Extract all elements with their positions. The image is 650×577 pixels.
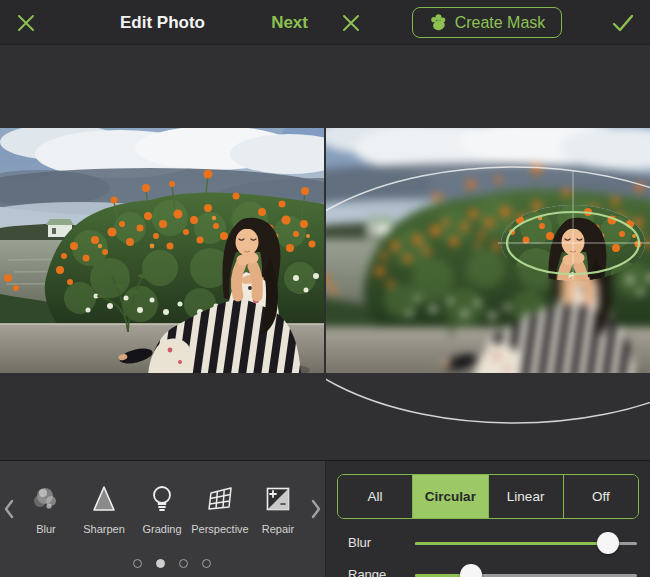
tool-label: Sharpen: [83, 523, 125, 535]
segment-circular[interactable]: Circular: [412, 475, 487, 518]
tool-sharpen[interactable]: Sharpen: [75, 483, 133, 535]
blur-slider-label: Blur: [348, 531, 371, 555]
page-dot[interactable]: [202, 559, 211, 568]
tool-perspective[interactable]: Perspective: [191, 483, 249, 535]
photo-mask-preview[interactable]: [326, 128, 650, 373]
tool-blur[interactable]: Blur: [17, 483, 75, 535]
mask-settings-panel: All Circular Linear Off Blur Range: [325, 460, 650, 577]
create-mask-label: Create Mask: [455, 14, 546, 32]
page-dot[interactable]: [179, 559, 188, 568]
segment-linear[interactable]: Linear: [488, 475, 563, 518]
tools-row: Blur Sharpen Grading: [17, 483, 307, 535]
top-bar-create-mask: Create Mask: [325, 0, 650, 45]
segment-all[interactable]: All: [338, 475, 412, 518]
range-slider-label: Range: [348, 563, 386, 577]
tool-label: Repair: [262, 523, 294, 535]
tool-label: Blur: [36, 523, 56, 535]
blur-slider-row: Blur: [326, 531, 650, 555]
tool-label: Grading: [142, 523, 181, 535]
blur-icon: [30, 483, 62, 515]
segment-off[interactable]: Off: [563, 475, 638, 518]
slider-track[interactable]: [415, 574, 637, 577]
chevron-left-icon[interactable]: [2, 497, 16, 521]
mask-type-segmented-control: All Circular Linear Off: [337, 474, 639, 519]
tool-label: Perspective: [191, 523, 248, 535]
page-dot[interactable]: [156, 559, 165, 568]
confirm-checkmark-icon[interactable]: [610, 10, 636, 36]
chevron-right-icon[interactable]: [309, 497, 323, 521]
tools-toolbar: Blur Sharpen Grading: [0, 460, 325, 577]
sharpen-icon: [88, 483, 120, 515]
next-button[interactable]: Next: [271, 0, 308, 45]
tool-grading[interactable]: Grading: [133, 483, 191, 535]
mask-hand-icon: [429, 13, 448, 32]
perspective-icon: [204, 483, 236, 515]
close-icon[interactable]: [339, 11, 363, 35]
top-bar-edit-photo: Edit Photo Next: [0, 0, 325, 45]
slider-fill: [415, 542, 608, 545]
blur-slider-thumb[interactable]: [597, 532, 619, 554]
grading-icon: [146, 483, 178, 515]
top-bar: Edit Photo Next Create Mask: [0, 0, 650, 45]
page-dots: [133, 559, 211, 568]
blur-slider[interactable]: [415, 531, 637, 555]
range-slider-thumb[interactable]: [460, 564, 482, 577]
range-slider[interactable]: [415, 563, 637, 577]
photo-original[interactable]: [0, 128, 324, 373]
tool-repair[interactable]: Repair: [249, 483, 307, 535]
page-dot[interactable]: [133, 559, 142, 568]
range-slider-row: Range: [326, 563, 650, 577]
repair-icon: [262, 483, 294, 515]
create-mask-button[interactable]: Create Mask: [412, 7, 562, 38]
photo-editor-app: Edit Photo Next Create Mask: [0, 0, 650, 577]
